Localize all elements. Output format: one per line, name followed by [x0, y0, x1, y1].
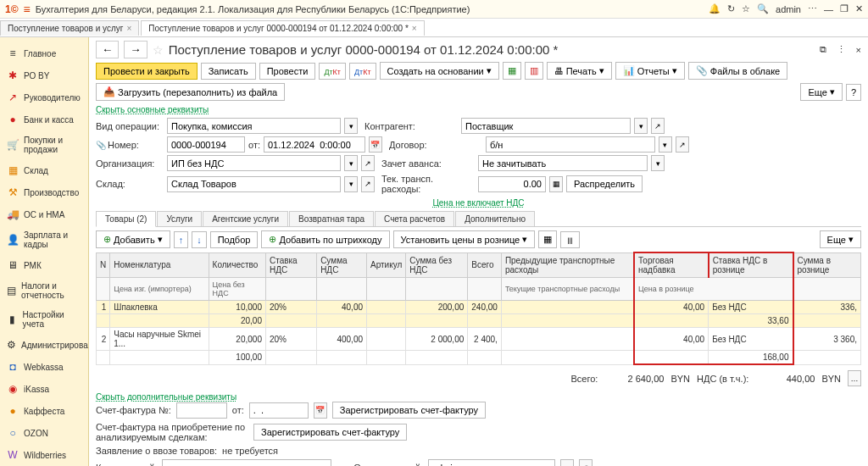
calendar-button[interactable]: 📅 — [314, 402, 327, 419]
menu-icon[interactable]: ⋮ — [837, 44, 846, 55]
dt-kt-button[interactable]: ДтКт — [319, 63, 346, 80]
sidebar-item[interactable]: 🛒Покупки и продажи — [0, 130, 88, 159]
open-button[interactable]: ↗ — [676, 136, 689, 153]
sidebar-item[interactable]: ◘Webkassa — [0, 356, 88, 378]
register-sf2-button[interactable]: Зарегистрировать счет-фактуру — [253, 424, 407, 441]
sidebar-item[interactable]: ●Каффеста — [0, 400, 88, 422]
contract-input[interactable] — [486, 136, 655, 153]
sf-num-input[interactable] — [176, 402, 227, 419]
sub-tab[interactable]: Товары (2) — [96, 211, 156, 227]
sf-date-input[interactable] — [249, 402, 309, 419]
warehouse-input[interactable] — [167, 176, 341, 192]
star-icon[interactable]: ☆ — [742, 3, 750, 14]
doc-tab[interactable]: Поступление товаров и услуг 0000-000194 … — [141, 20, 424, 36]
dropdown-button[interactable]: ▾ — [344, 155, 358, 171]
doc-tab[interactable]: Поступление товаров и услуг × — [0, 20, 139, 36]
restore-icon[interactable]: ❐ — [840, 3, 849, 14]
more-button[interactable]: Еще ▾ — [800, 83, 842, 101]
add-button[interactable]: ⊕ Добавить ▾ — [96, 230, 170, 248]
close-icon[interactable]: × — [412, 24, 417, 33]
open-button[interactable]: ↗ — [651, 118, 665, 134]
save-button[interactable]: Записать — [201, 63, 256, 80]
dropdown-button[interactable]: ▾ — [634, 118, 648, 134]
register-sf-button[interactable]: Зарегистрировать счет-фактуру — [332, 402, 486, 419]
calc-button[interactable]: ▦ — [549, 176, 563, 192]
table-row[interactable]: 20,0033,60 — [97, 314, 861, 328]
items-table[interactable]: NНоменклатураКоличество Ставка НДССумма … — [96, 252, 861, 365]
dropdown-button[interactable]: ▾ — [344, 176, 358, 192]
open-button[interactable]: ↗ — [579, 459, 593, 466]
move-down-button[interactable]: ↓ — [192, 231, 207, 248]
pick-button[interactable]: Подбор — [210, 231, 259, 248]
table-row[interactable]: 2Часы наручные Skmei 1...20,00020%400,00… — [97, 328, 861, 351]
sidebar-item[interactable]: ○OZON — [0, 422, 88, 444]
sidebar-item[interactable]: ●Банк и касса — [0, 108, 88, 130]
number-input[interactable] — [167, 136, 245, 153]
config-button[interactable]: ▦ — [538, 230, 557, 248]
create-based-button[interactable]: Создать на основании ▾ — [380, 62, 499, 80]
close-icon[interactable]: ✕ — [855, 3, 863, 14]
hide-extra-link[interactable]: Скрыть дополнительные реквизиты — [96, 392, 236, 402]
sub-tab[interactable]: Дополнительно — [455, 211, 535, 226]
op-type-input[interactable] — [167, 118, 341, 134]
table-more-button[interactable]: Еще ▾ — [820, 230, 861, 248]
open-button[interactable]: ↗ — [361, 155, 375, 171]
sidebar-item[interactable]: ⚙Администрирование — [0, 334, 88, 356]
favorite-icon[interactable]: ☆ — [153, 43, 164, 57]
history-icon[interactable]: ↻ — [727, 3, 735, 14]
burger-icon[interactable]: ≡ — [24, 3, 31, 16]
close-panel-icon[interactable]: × — [856, 45, 861, 55]
post-close-button[interactable]: Провести и закрыть — [96, 63, 198, 80]
sidebar-item[interactable]: ↗Руководителю — [0, 86, 88, 108]
sidebar-item[interactable]: 🚚ОС и НМА — [0, 203, 88, 225]
sub-tab[interactable]: Счета расчетов — [375, 211, 454, 226]
comment-input[interactable] — [162, 459, 331, 466]
totals-more-button[interactable]: … — [848, 370, 861, 386]
sidebar-item[interactable]: ✱РО BY — [0, 64, 88, 86]
sidebar-item[interactable]: ⚒Производство — [0, 181, 88, 203]
counterparty-input[interactable] — [461, 118, 631, 134]
minimize-icon[interactable]: — — [824, 4, 833, 14]
sub-tab[interactable]: Агентские услуги — [203, 211, 288, 226]
post-button[interactable]: Провести — [259, 63, 316, 80]
back-button[interactable]: ← — [96, 41, 119, 58]
move-up-button[interactable]: ↑ — [174, 231, 189, 248]
barcode-icon-button[interactable]: ⫼ — [560, 231, 580, 248]
sidebar-item[interactable]: ◉iKassa — [0, 378, 88, 400]
table-row[interactable]: 100,00168,00 — [97, 351, 861, 365]
bell-icon[interactable]: 🔔 — [709, 3, 721, 14]
cloud-files-button[interactable]: 📎 Файлы в облаке — [688, 62, 787, 80]
sub-tab[interactable]: Услуги — [157, 211, 202, 226]
dropdown-button[interactable]: ▾ — [560, 459, 574, 466]
reports-button[interactable]: 📊 Отчеты ▾ — [615, 62, 685, 80]
sub-tab[interactable]: Возвратная тара — [289, 211, 374, 226]
sidebar-item[interactable]: ▤Налоги и отчетность — [0, 276, 88, 305]
pdf-button[interactable]: ▥ — [525, 62, 543, 80]
load-button[interactable]: 📥 Загрузить (перезаполнить) из файла — [96, 83, 285, 101]
dropdown-button[interactable]: ▾ — [651, 155, 665, 171]
retail-price-button[interactable]: Установить цены в рознице ▾ — [393, 230, 536, 248]
hide-main-link[interactable]: Скрыть основные реквизиты — [96, 105, 209, 114]
sidebar-item[interactable]: ≡Главное — [0, 42, 88, 64]
distribute-button[interactable]: Распределить — [566, 175, 643, 192]
transport-input[interactable] — [478, 176, 546, 192]
print-button[interactable]: 🖶 Печать ▾ — [547, 62, 612, 80]
barcode-button[interactable]: ⊕ Добавить по штрихкоду — [261, 230, 389, 248]
table-row[interactable]: 1Шпаклевка10,00020%40,00200,00240,0040,0… — [97, 301, 861, 314]
forward-button[interactable]: → — [124, 41, 147, 58]
popout-icon[interactable]: ⧉ — [820, 44, 826, 55]
help-button[interactable]: ? — [846, 84, 861, 101]
more-icon[interactable]: ⋯ — [808, 3, 817, 14]
search-icon[interactable]: 🔍 — [757, 3, 769, 14]
price-novat-link[interactable]: Цена не включает НДС — [432, 198, 524, 208]
dropdown-button[interactable]: ▾ — [344, 118, 358, 134]
sidebar-item[interactable]: ▦Склад — [0, 159, 88, 181]
sidebar-item[interactable]: 🖥РМК — [0, 254, 88, 276]
sidebar-item[interactable]: WWildberries — [0, 444, 88, 466]
org-input[interactable] — [167, 155, 341, 171]
dt-kt-alt-button[interactable]: ДтКт — [349, 63, 376, 80]
dropdown-button[interactable]: ▾ — [659, 136, 672, 153]
close-icon[interactable]: × — [126, 24, 131, 33]
responsible-input[interactable] — [428, 459, 555, 466]
user-label[interactable]: admin — [776, 4, 801, 14]
